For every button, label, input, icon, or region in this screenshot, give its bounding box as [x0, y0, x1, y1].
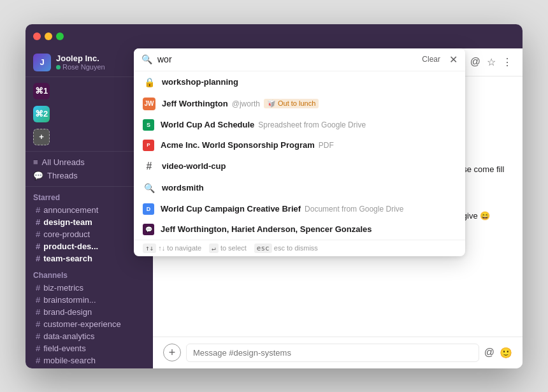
select-key: ↵: [209, 243, 219, 253]
at-mention-icon[interactable]: @: [484, 347, 494, 359]
hash-icon: #: [143, 160, 155, 173]
shortcut-icon-2: ⌘2: [33, 106, 50, 122]
search-result-worldcup-sheet[interactable]: S World Cup Ad Schedule Spreadsheet from…: [134, 115, 465, 135]
emoji-icon[interactable]: 🙂: [500, 347, 512, 359]
channel-customer-experience[interactable]: # customer-experience: [28, 318, 150, 330]
maximize-button[interactable]: [56, 33, 64, 40]
result-main: World Cup Campaign Creative Brief Docume…: [161, 204, 456, 214]
channel-mobile-search[interactable]: # mobile-search: [28, 354, 150, 367]
hash-icon: #: [36, 307, 40, 317]
starred-channel-core-product[interactable]: # core-product: [28, 228, 150, 240]
channel-data-analytics[interactable]: # data-analytics: [28, 330, 150, 342]
navigate-label: ↑↓ to navigate: [158, 244, 201, 252]
hash-icon: #: [36, 295, 40, 305]
channel-brand-design[interactable]: # brand-design: [28, 306, 150, 318]
hash-icon: #: [36, 319, 40, 329]
input-icons: @ 🙂: [484, 347, 512, 359]
dismiss-hint: esc esc to dismiss: [254, 244, 318, 252]
search-result-wordsmith[interactable]: 🔍 wordsmith: [134, 177, 465, 199]
nav-threads-icon: 💬: [33, 171, 43, 180]
hash-icon: #: [36, 368, 40, 368]
result-main: workshop-planning: [162, 77, 456, 87]
minimize-button[interactable]: [45, 33, 52, 40]
result-main: wordsmith: [162, 183, 456, 192]
dismiss-label: esc to dismiss: [274, 244, 318, 252]
channel-field-events[interactable]: # field-events: [28, 342, 150, 354]
channel-label: product-des...: [43, 242, 98, 251]
channel-biz-metrics[interactable]: # biz-metrics: [28, 282, 150, 294]
more-icon[interactable]: ⋮: [502, 56, 512, 68]
channels-list: # biz-metrics # brainstormin... # brand-…: [25, 282, 153, 368]
search-result-acme[interactable]: P Acme Inc. World Sponsorship Program PD…: [134, 135, 465, 156]
navigate-hint: ↑↓ ↑↓ to navigate: [143, 244, 201, 252]
channel-brainstormin[interactable]: # brainstormin...: [28, 294, 150, 306]
hash-icon: #: [36, 283, 40, 293]
hash-icon: #: [36, 344, 40, 353]
search-result-video-world-cup[interactable]: # video-world-cup: [134, 156, 465, 177]
titlebar: [25, 24, 523, 48]
sheets-icon: S: [143, 119, 154, 131]
lock-icon: 🔒: [143, 76, 155, 89]
starred-channel-product-des[interactable]: # product-des...: [28, 240, 150, 252]
search-dropdown: 🔍 Clear ✕ 🔒 workshop-planning JW: [134, 48, 465, 256]
result-title: World Cup Campaign Creative Brief: [161, 204, 301, 214]
search-clear-button[interactable]: Clear: [418, 54, 444, 65]
message-input-bar: + @ 🙂: [153, 337, 523, 368]
user-name: Rose Nguyen: [62, 63, 105, 71]
workspace-user: Rose Nguyen: [56, 63, 105, 71]
channel-label: core-product: [43, 229, 90, 239]
search-icon: 🔍: [141, 54, 152, 64]
search-result-workshop[interactable]: 🔒 workshop-planning: [134, 71, 465, 93]
result-subtitle: Spreadsheet from Google Drive: [258, 120, 366, 129]
search-footer: ↑↓ ↑↓ to navigate ↵ to select esc esc to…: [134, 240, 465, 256]
search-input[interactable]: [157, 54, 413, 64]
result-main: Acme Inc. World Sponsorship Program PDF: [161, 140, 456, 150]
starred-channel-design-team[interactable]: # design-team: [28, 216, 150, 228]
starred-channel-team-search[interactable]: # team-search: [28, 252, 150, 265]
channel-header-right: @ ☆ ⋮: [470, 56, 512, 68]
select-label: to select: [220, 244, 247, 252]
workspace-name: Joolep Inc.: [56, 54, 105, 64]
channel-label: biz-metrics: [43, 283, 83, 293]
result-title: wordsmith: [162, 183, 204, 192]
hash-icon: #: [36, 242, 40, 251]
channel-label: customer-experience: [43, 319, 120, 329]
navigate-key: ↑↓: [143, 243, 156, 253]
channel-label: announcement: [43, 205, 98, 215]
channel-label: data-analytics: [43, 331, 94, 341]
search-result-jeff[interactable]: JW Jeff Worthington @jworth 🥡 Out to lun…: [134, 93, 465, 115]
search-input-row: 🔍 Clear ✕: [134, 48, 465, 71]
message-input[interactable]: [186, 344, 479, 362]
result-title: video-world-cup: [162, 161, 226, 171]
search-result-worldcup-doc[interactable]: D World Cup Campaign Creative Brief Docu…: [134, 199, 465, 219]
slack-message-icon: 💬: [143, 224, 154, 235]
nav-unreads-label: All Unreads: [42, 157, 85, 167]
select-hint: ↵ to select: [209, 244, 247, 252]
online-indicator: [56, 65, 61, 69]
add-icon: +: [33, 129, 50, 145]
search-results: 🔒 workshop-planning JW Jeff Worthington …: [134, 71, 465, 240]
user-avatar-jeff: JW: [143, 98, 155, 110]
at-icon[interactable]: @: [470, 56, 480, 68]
result-main: World Cup Ad Schedule Spreadsheet from G…: [161, 120, 456, 129]
result-title: Jeff Worthington, Hariet Anderson, Spenc…: [161, 224, 372, 234]
hash-icon: #: [36, 217, 40, 227]
channel-random[interactable]: # random: [28, 367, 150, 368]
result-subtitle: PDF: [319, 141, 334, 150]
app-window: J Joolep Inc. Rose Nguyen ⌘1 ⌘2: [25, 24, 523, 368]
result-title: Jeff Worthington: [162, 99, 228, 108]
dismiss-key: esc: [254, 243, 272, 253]
result-main: video-world-cup: [162, 161, 456, 171]
search-result-group-dm[interactable]: 💬 Jeff Worthington, Hariet Anderson, Spe…: [134, 219, 465, 240]
starred-channel-announcement[interactable]: # announcement: [28, 204, 150, 216]
add-attachment-button[interactable]: +: [163, 344, 181, 361]
hash-icon: #: [36, 205, 40, 215]
workspace-info: Joolep Inc. Rose Nguyen: [56, 54, 105, 71]
channel-label: field-events: [43, 344, 85, 353]
result-title: workshop-planning: [162, 77, 238, 87]
star-icon[interactable]: ☆: [487, 56, 496, 68]
result-title: World Cup Ad Schedule: [161, 120, 254, 129]
search-close-button[interactable]: ✕: [449, 54, 458, 66]
channel-label: mobile-search: [43, 356, 96, 365]
close-button[interactable]: [33, 33, 41, 40]
